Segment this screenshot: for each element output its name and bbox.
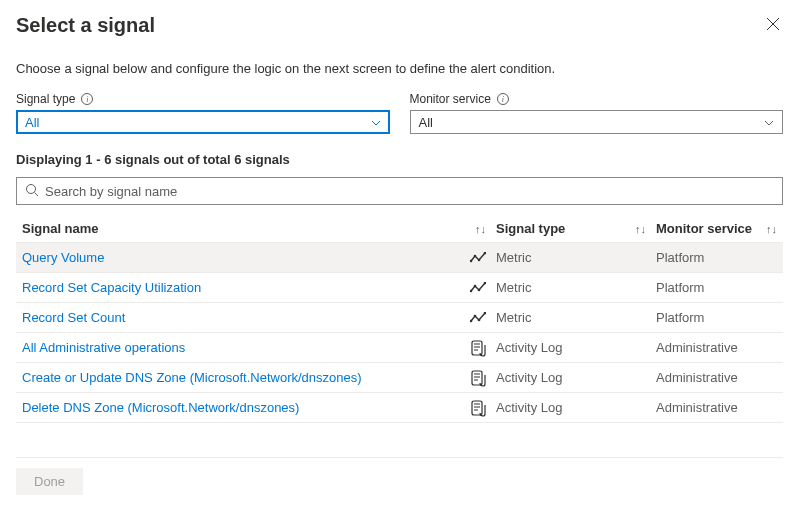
- done-button[interactable]: Done: [16, 468, 83, 495]
- metric-icon: [470, 250, 486, 266]
- table-row[interactable]: Record Set Capacity UtilizationMetricPla…: [16, 273, 783, 303]
- results-count: Displaying 1 - 6 signals out of total 6 …: [16, 152, 783, 167]
- monitor-service-cell: Administrative: [656, 400, 783, 415]
- monitor-service-cell: Platform: [656, 310, 783, 325]
- table-row[interactable]: Create or Update DNS Zone (Microsoft.Net…: [16, 363, 783, 393]
- signal-type-cell: Activity Log: [496, 340, 656, 355]
- activity-log-icon: [470, 400, 486, 416]
- panel-title: Select a signal: [16, 14, 155, 37]
- svg-point-11: [474, 314, 477, 317]
- svg-point-8: [478, 288, 481, 291]
- chevron-down-icon: [371, 117, 381, 128]
- search-input[interactable]: [45, 184, 774, 199]
- monitor-service-cell: Platform: [656, 280, 783, 295]
- svg-point-7: [474, 284, 477, 287]
- info-icon[interactable]: i: [497, 93, 509, 105]
- chevron-down-icon: [764, 117, 774, 128]
- signals-table: Signal name ↑↓ Signal type ↑↓ Monitor se…: [16, 215, 783, 423]
- table-row[interactable]: Record Set CountMetricPlatform: [16, 303, 783, 333]
- table-header: Signal name ↑↓ Signal type ↑↓ Monitor se…: [16, 215, 783, 243]
- signal-type-cell: Activity Log: [496, 400, 656, 415]
- svg-point-0: [27, 184, 36, 193]
- metric-icon: [470, 280, 486, 296]
- signal-name-link[interactable]: Query Volume: [22, 250, 104, 265]
- signal-type-cell: Metric: [496, 310, 656, 325]
- table-row[interactable]: All Administrative operationsActivity Lo…: [16, 333, 783, 363]
- signal-type-cell: Metric: [496, 250, 656, 265]
- search-box[interactable]: [16, 177, 783, 205]
- activity-log-icon: [470, 370, 486, 386]
- svg-point-4: [478, 258, 481, 261]
- monitor-service-cell: Administrative: [656, 370, 783, 385]
- metric-icon: [470, 310, 486, 326]
- sort-icon[interactable]: ↑↓: [766, 223, 777, 235]
- search-icon: [25, 183, 39, 200]
- svg-point-12: [478, 318, 481, 321]
- info-icon[interactable]: i: [81, 93, 93, 105]
- signal-type-cell: Metric: [496, 280, 656, 295]
- signal-name-link[interactable]: All Administrative operations: [22, 340, 185, 355]
- signal-name-link[interactable]: Record Set Capacity Utilization: [22, 280, 201, 295]
- signal-name-link[interactable]: Create or Update DNS Zone (Microsoft.Net…: [22, 370, 362, 385]
- table-row[interactable]: Delete DNS Zone (Microsoft.Network/dnszo…: [16, 393, 783, 423]
- signal-type-dropdown[interactable]: All: [16, 110, 390, 134]
- column-monitor-service[interactable]: Monitor service: [656, 221, 752, 236]
- monitor-service-cell: Platform: [656, 250, 783, 265]
- column-signal-type[interactable]: Signal type: [496, 221, 565, 236]
- signal-type-cell: Activity Log: [496, 370, 656, 385]
- monitor-service-cell: Administrative: [656, 340, 783, 355]
- monitor-service-label: Monitor service i: [410, 92, 784, 106]
- sort-icon[interactable]: ↑↓: [635, 223, 646, 235]
- monitor-service-dropdown[interactable]: All: [410, 110, 784, 134]
- signal-type-label: Signal type i: [16, 92, 390, 106]
- close-button[interactable]: [763, 14, 783, 34]
- column-signal-name[interactable]: Signal name: [22, 221, 99, 236]
- close-icon: [766, 17, 780, 31]
- svg-point-3: [474, 254, 477, 257]
- activity-log-icon: [470, 340, 486, 356]
- signal-name-link[interactable]: Delete DNS Zone (Microsoft.Network/dnszo…: [22, 400, 299, 415]
- signal-name-link[interactable]: Record Set Count: [22, 310, 125, 325]
- svg-line-1: [35, 192, 39, 196]
- table-row[interactable]: Query VolumeMetricPlatform: [16, 243, 783, 273]
- sort-icon[interactable]: ↑↓: [475, 223, 486, 235]
- panel-description: Choose a signal below and configure the …: [16, 61, 783, 76]
